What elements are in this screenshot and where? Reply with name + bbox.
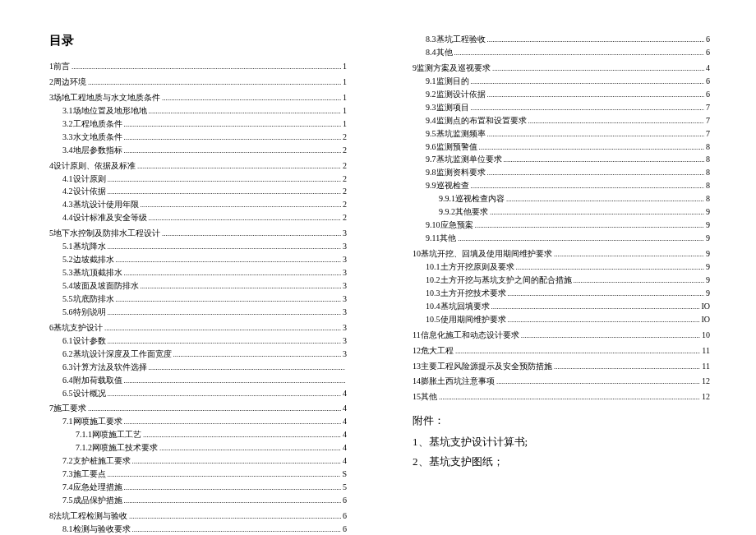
toc-label: 施工要点 xyxy=(73,468,106,481)
toc-leader-dots xyxy=(116,255,342,266)
toc-page: 9 xyxy=(704,261,710,274)
toc-label: 监测目的 xyxy=(436,75,469,88)
toc-number: 4.2 xyxy=(62,185,73,198)
toc-leader-dots xyxy=(71,62,341,73)
toc-label: 基坑监测单位要求 xyxy=(436,153,502,166)
right-page: 8.3 基坑工程验收68.4 其他69 监测方案及巡视要求49.1 监测目的69… xyxy=(378,0,756,535)
toc-page: 11 xyxy=(700,360,710,373)
toc-page: 2 xyxy=(341,185,347,198)
toc-label: 场地工程地质与水文地质条件 xyxy=(53,91,160,104)
toc-page: 9 xyxy=(704,247,710,261)
toc-page: 6 xyxy=(704,46,710,59)
toc-leader-dots xyxy=(108,174,342,186)
toc-page: 4 xyxy=(341,441,347,454)
toc-entry: 7.4 应急处理措施5 xyxy=(49,481,347,494)
toc-label: 使用期间维护要求 xyxy=(440,313,506,326)
toc-leader-dots xyxy=(487,129,705,141)
toc-leader-dots xyxy=(124,376,346,387)
toc-leader-dots xyxy=(516,262,705,274)
toc-number: 3.2 xyxy=(62,118,73,131)
toc-page: 4 xyxy=(341,402,347,415)
toc-label: 工程地质条件 xyxy=(73,118,122,131)
toc-leader-dots xyxy=(471,181,705,192)
toc-number: 10.3 xyxy=(426,287,440,300)
toc-page: 1 xyxy=(341,76,347,89)
toc-leader-dots xyxy=(108,469,341,481)
toc-leader-dots xyxy=(492,63,704,75)
toc-page: 4 xyxy=(341,428,347,441)
toc-label: 附加荷载取值 xyxy=(73,374,122,387)
toc-page: 3 xyxy=(341,240,347,253)
toc-entry: 6.2 基坑设计深度及工作面宽度3 xyxy=(49,348,347,361)
toc-number: 5.2 xyxy=(62,253,73,266)
toc-leader-dots xyxy=(496,376,700,388)
toc-page: 4 xyxy=(341,454,347,468)
toc-label: 水文地质条件 xyxy=(73,131,122,144)
toc-leader-dots xyxy=(141,281,342,293)
toc-entry: 7.3 施工要点S xyxy=(49,468,347,481)
toc-entry: 9.8 监测资料要求8 xyxy=(413,166,710,179)
toc-page: 9 xyxy=(704,219,710,232)
toc-page: 9 xyxy=(704,232,710,245)
toc-page: 1 xyxy=(341,104,347,118)
toc-entry: 5.3 基坑顶截排水3 xyxy=(49,266,347,279)
toc-leader-dots xyxy=(491,302,700,313)
toc-page: 5 xyxy=(341,481,347,494)
toc-label: 基坑设计使用年限 xyxy=(73,198,139,211)
toc-leader-dots xyxy=(124,268,342,279)
toc-label: 其他 xyxy=(436,46,453,59)
toc-label: 场地位置及地形地地 xyxy=(73,104,147,118)
toc-number: 5.4 xyxy=(62,279,73,293)
toc-leader-dots xyxy=(108,389,342,400)
toc-entry: 14 膨胀土西坑注意事项12 xyxy=(413,375,710,388)
toc-label: 巡视检查 xyxy=(436,179,469,192)
toc-leader-dots xyxy=(129,511,341,523)
toc-page: 7 xyxy=(704,114,710,127)
toc-label: 成品保护措施 xyxy=(73,494,122,507)
toc-page: 2 xyxy=(341,211,347,224)
toc-leader-dots xyxy=(108,187,342,198)
toc-entry: 13 主要工程风险源提示及安全预防措施11 xyxy=(413,360,710,373)
toc-number: 10.2 xyxy=(426,274,440,287)
toc-label: 监测方案及巡视要求 xyxy=(417,62,491,75)
toc-number: 5.3 xyxy=(62,266,73,279)
toc-page: 4 xyxy=(341,387,347,400)
toc-leader-dots xyxy=(124,145,342,157)
appendix-item: 2、基坑支护图纸； xyxy=(413,454,710,469)
toc-leader-dots xyxy=(471,76,705,88)
toc-label: 危大工程 xyxy=(421,344,454,357)
toc-number: 3.1 xyxy=(62,104,73,118)
toc-leader-dots xyxy=(108,336,342,348)
toc-number: 9.7 xyxy=(426,153,436,166)
toc-leader-dots xyxy=(132,524,342,535)
toc-page: 3 xyxy=(341,348,347,361)
toc-label: 基坑工程验收 xyxy=(436,33,486,46)
toc-entry: 5.5 坑底防排水3 xyxy=(49,293,347,306)
toc-label: 设计原则、依据及标准 xyxy=(53,159,136,173)
toc-leader-dots xyxy=(487,90,705,101)
toc-label: 地层参数指标 xyxy=(73,144,122,157)
toc-entry: 6.3 计算方法及软件选择 xyxy=(49,361,347,374)
toc-number: 10 xyxy=(413,247,421,261)
left-page: 目录 1 前言12 周边环境13 场地工程地质与水文地质条件13.1 场地位置及… xyxy=(0,0,378,535)
toc-entry: 9.9.2 其他要求9 xyxy=(413,205,710,219)
toc-label: 边坡截排水 xyxy=(73,253,114,266)
toc-page: 3 xyxy=(341,321,347,334)
toc-entry: 5.2 边坡截排水3 xyxy=(49,253,347,266)
toc-entry: 11 信息化施工和动态设计要求10 xyxy=(413,329,710,342)
toc-leader-dots xyxy=(521,330,700,342)
toc-number: 9.10 xyxy=(426,219,440,232)
toc-page: IO xyxy=(699,300,710,313)
toc-page: 4 xyxy=(704,62,710,75)
toc-label: 监测预警值 xyxy=(436,141,477,154)
toc-entry: 5 地下水控制及防排水工程设计3 xyxy=(49,227,347,240)
toc-entry: 3.2 工程地质条件1 xyxy=(49,118,347,131)
toc-page: 3 xyxy=(341,334,347,348)
toc-page: 11 xyxy=(700,344,710,357)
toc-leader-dots xyxy=(554,362,700,373)
toc-page: 6 xyxy=(704,88,710,101)
toc-label: 网喷施工要求 xyxy=(73,415,122,428)
toc-page: 3 xyxy=(341,253,347,266)
toc-label: 设计参数 xyxy=(73,334,106,348)
toc-number: 6.4 xyxy=(62,374,73,387)
